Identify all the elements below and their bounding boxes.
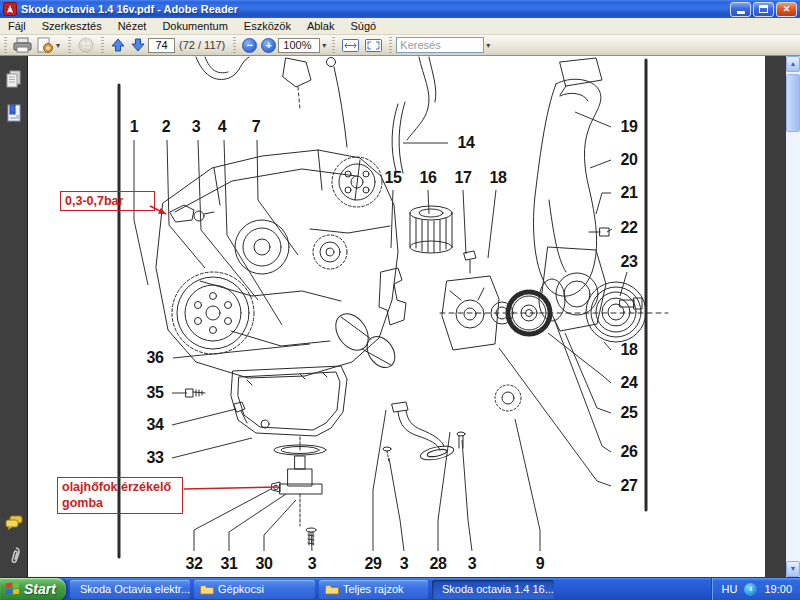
- page-number-input[interactable]: [148, 38, 175, 53]
- windows-logo-icon: [6, 583, 20, 596]
- toolbar: ▾ (72 / 117) − + 100% ▾: [0, 35, 800, 56]
- printer-icon: [13, 37, 32, 53]
- taskbar-task-3[interactable]: Skoda octavia 1.4 16...: [432, 580, 554, 599]
- zoom-in-icon: +: [266, 39, 272, 51]
- start-label: Start: [24, 581, 56, 597]
- page-count-label: (72 / 117): [175, 39, 229, 51]
- toolbar-grip: [332, 37, 335, 53]
- task-label: Skoda octavia 1.4 16...: [442, 583, 554, 595]
- toolbar-grip: [389, 37, 392, 53]
- search-input[interactable]: [396, 37, 484, 53]
- search-dropdown-caret[interactable]: ▾: [484, 41, 492, 50]
- next-page-button[interactable]: [128, 36, 148, 55]
- folder-icon: [325, 584, 339, 595]
- restore-icon: [759, 5, 768, 13]
- collaborate-button[interactable]: [75, 36, 97, 55]
- export-document-icon: [36, 37, 54, 53]
- page-up-arrow-icon: [110, 37, 126, 53]
- taskbar-task-2[interactable]: Teljes rajzok: [319, 580, 428, 599]
- toolbar-grip: [101, 37, 104, 53]
- scroll-down-button[interactable]: ▼: [786, 561, 800, 577]
- menu-item-1[interactable]: Szerkesztés: [34, 18, 110, 34]
- system-tray: HU ‹ 19:00: [711, 578, 800, 600]
- page-down-arrow-icon: [130, 37, 146, 53]
- document-page[interactable]: [28, 56, 786, 577]
- start-button[interactable]: Start: [0, 578, 66, 600]
- vertical-scrollbar[interactable]: ▲ ▼: [786, 56, 800, 577]
- windows-taskbar: Start Skoda Octavia elektr...GépkocsiTel…: [0, 577, 800, 600]
- print-button[interactable]: [11, 36, 34, 55]
- tray-icon[interactable]: ‹: [744, 583, 757, 596]
- comments-panel-button[interactable]: [4, 511, 24, 533]
- scrollbar-thumb[interactable]: [786, 74, 800, 132]
- toolbar-grip: [4, 37, 7, 53]
- export-dropdown-caret: ▾: [54, 41, 62, 50]
- minimize-icon: [737, 11, 745, 14]
- paperclip-icon: [7, 545, 21, 564]
- navigation-panel-sidebar: [0, 56, 28, 577]
- task-label: Gépkocsi: [218, 583, 264, 595]
- scroll-down-icon: ▼: [790, 565, 797, 572]
- menu-item-4[interactable]: Eszközök: [236, 18, 299, 34]
- task-label: Skoda Octavia elektr...: [80, 583, 190, 595]
- fit-page-button[interactable]: [362, 36, 385, 55]
- bookmarks-icon: [6, 104, 22, 122]
- previous-page-button[interactable]: [108, 36, 128, 55]
- title-bar: Skoda octavia 1.4 16v.pdf - Adobe Reader…: [0, 0, 800, 18]
- zoom-out-icon: −: [247, 39, 253, 51]
- collaborate-icon: [77, 37, 95, 53]
- comments-icon: [5, 515, 23, 530]
- document-background: [765, 56, 786, 577]
- fit-width-icon: [341, 38, 360, 53]
- scroll-up-button[interactable]: ▲: [786, 56, 800, 72]
- window-title: Skoda octavia 1.4 16v.pdf - Adobe Reader: [21, 3, 728, 15]
- folder-icon: [200, 584, 214, 595]
- menu-item-5[interactable]: Ablak: [299, 18, 343, 34]
- export-document-button[interactable]: ▾: [34, 36, 64, 55]
- zoom-in-button[interactable]: +: [261, 38, 276, 53]
- bookmarks-panel-button[interactable]: [4, 102, 24, 124]
- tray-chevron-icon: ‹: [749, 583, 752, 594]
- clock: 19:00: [764, 583, 792, 595]
- zoom-level-select[interactable]: 100%: [278, 38, 320, 53]
- taskbar-task-1[interactable]: Gépkocsi: [194, 580, 315, 599]
- fit-width-button[interactable]: [339, 36, 362, 55]
- scroll-up-icon: ▲: [790, 60, 797, 67]
- task-label: Teljes rajzok: [343, 583, 404, 595]
- close-icon: ✕: [783, 4, 791, 14]
- language-indicator[interactable]: HU: [722, 583, 738, 595]
- toolbar-grip: [233, 37, 236, 53]
- menu-item-6[interactable]: Súgó: [342, 18, 384, 34]
- menu-item-2[interactable]: Nézet: [110, 18, 155, 34]
- adobe-reader-app-icon: [3, 2, 17, 16]
- pages-panel-button[interactable]: [4, 68, 24, 90]
- minimize-button[interactable]: [730, 2, 751, 17]
- menu-bar: FájlSzerkesztésNézetDokumentumEszközökAb…: [0, 18, 800, 35]
- pages-icon: [6, 70, 22, 88]
- fit-page-icon: [364, 38, 383, 53]
- taskbar-task-0[interactable]: Skoda Octavia elektr...: [70, 580, 190, 599]
- zoom-dropdown-caret[interactable]: ▾: [320, 41, 328, 50]
- toolbar-grip: [68, 37, 71, 53]
- zoom-out-button[interactable]: −: [242, 38, 257, 53]
- task-buttons: Skoda Octavia elektr...GépkocsiTeljes ra…: [66, 580, 554, 599]
- menu-item-0[interactable]: Fájl: [0, 18, 34, 34]
- restore-button[interactable]: [753, 2, 774, 17]
- close-button[interactable]: ✕: [776, 2, 797, 17]
- attachments-panel-button[interactable]: [4, 543, 24, 565]
- menu-item-3[interactable]: Dokumentum: [154, 18, 235, 34]
